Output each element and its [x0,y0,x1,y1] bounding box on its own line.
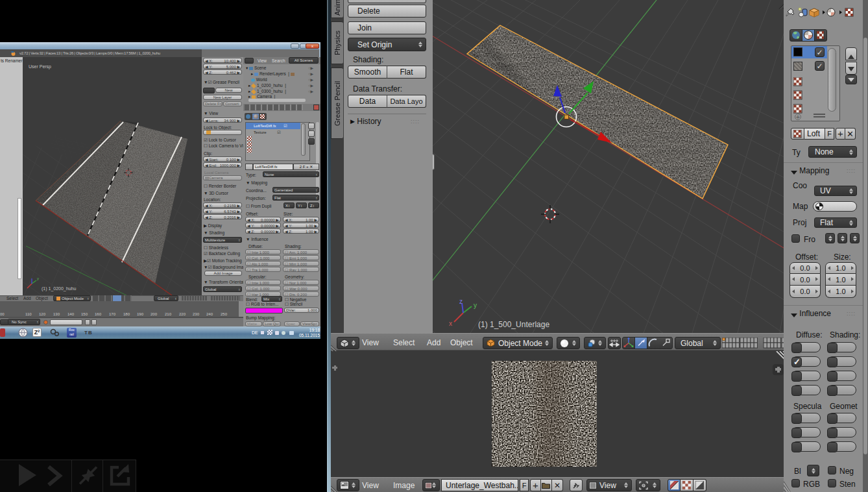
svg-text:y: y [474,302,477,309]
svg-text:(1) 1_0200_huhu: (1) 1_0200_huhu [42,286,76,291]
svg-text:(1) 1_500_Unterlage: (1) 1_500_Unterlage [478,320,549,329]
svg-text:y: y [37,277,39,280]
svg-text:User Persp: User Persp [29,64,51,69]
svg-text:x: x [449,320,452,327]
svg-text:z: z [459,298,463,305]
